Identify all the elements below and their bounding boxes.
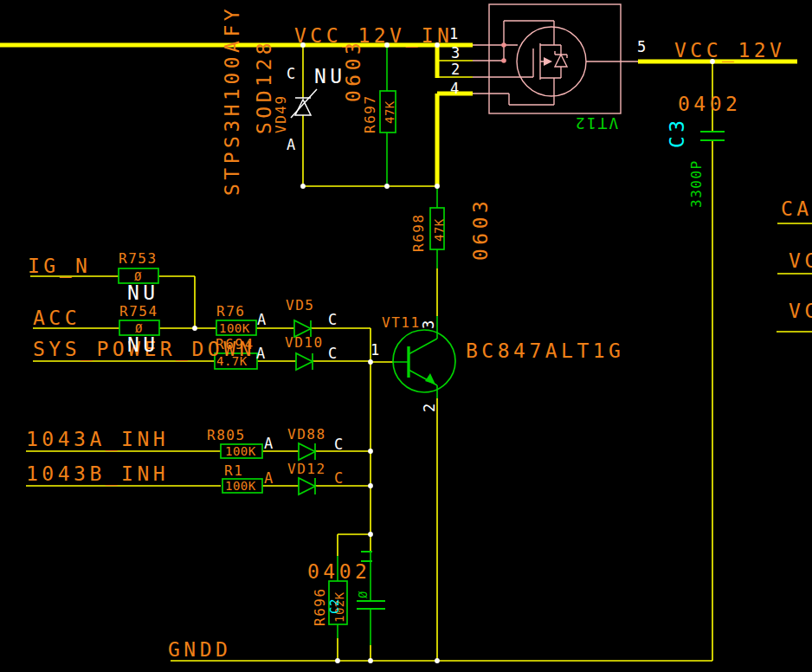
refdes-r696[interactable]: R696: [313, 587, 327, 626]
part-label-stps3h100afy[interactable]: STPS3H100AFY: [222, 5, 242, 196]
pin-number-vt12-2: 2: [451, 62, 460, 77]
refdes-vd88[interactable]: VD88: [287, 428, 326, 442]
value-r754: Ø: [135, 322, 143, 334]
net-label-vcc12vin[interactable]: VCC_12V_IN: [294, 26, 453, 46]
value-r694: 4.7K: [216, 355, 248, 367]
refdes-r754[interactable]: R754: [119, 305, 158, 319]
pin-label-vd49-c: C: [287, 67, 295, 81]
net-label-vc-2[interactable]: VC: [789, 301, 812, 321]
net-label-gndd[interactable]: GNDD: [168, 640, 231, 660]
not-used-marker-r754: NU: [127, 335, 159, 355]
footprint-r698: 0603: [471, 197, 491, 261]
footprint-c2: 0402: [307, 562, 371, 582]
refdes-r805[interactable]: R805: [207, 429, 246, 443]
pin-label-vd10-c: C: [328, 346, 337, 361]
net-label-1043a-inh[interactable]: 1043A_INH: [26, 430, 169, 449]
pin-number-vt11-3: 3: [422, 320, 436, 329]
not-used-marker-r753: NU: [127, 283, 159, 303]
net-label-vc-1[interactable]: VC: [789, 251, 812, 271]
net-label-ign[interactable]: IG_N: [28, 256, 91, 276]
refdes-r698[interactable]: R698: [412, 213, 426, 252]
mosfet-vt12[interactable]: [473, 4, 638, 113]
refdes-r1[interactable]: R1: [224, 464, 243, 478]
value-r805: 100K: [225, 445, 256, 457]
diode-vd88[interactable]: [299, 443, 315, 460]
pin-number-vt12-3: 3: [451, 46, 460, 61]
pin-label-vd5-a: A: [257, 313, 266, 327]
footprint-r697: 0603: [344, 39, 364, 102]
pin-label-vd12-c: C: [334, 471, 343, 486]
pin-number-vt12-4: 4: [450, 81, 459, 96]
schematic-canvas: VCC_12V_IN VCC_12V IG_N ACC SYS_POWER_DO…: [0, 0, 812, 672]
pin-label-vd88-c: C: [334, 437, 343, 452]
pin-label-vd88-a: A: [264, 436, 273, 451]
value-r698: 47K: [433, 218, 445, 242]
pin-label-vd5-c: C: [328, 313, 337, 327]
transistor-vt11[interactable]: [393, 330, 455, 392]
pin-label-vd12-a: A: [264, 471, 273, 486]
mosfet-arrow: [544, 57, 552, 66]
net-label-car[interactable]: CAR: [781, 199, 812, 219]
value-r753: Ø: [134, 270, 142, 282]
capacitor-c3[interactable]: [700, 132, 725, 140]
pin-label-vd49-a: A: [287, 138, 295, 152]
refdes-vd10[interactable]: VD10: [285, 336, 324, 350]
pin-number-vt12-1: 1: [449, 27, 458, 42]
refdes-r697[interactable]: R697: [364, 94, 377, 133]
value-r697: 47K: [383, 100, 396, 124]
pin-number-vt11-2: 2: [422, 404, 437, 412]
refdes-r694[interactable]: R694: [216, 338, 255, 352]
diode-vd10[interactable]: [296, 353, 313, 370]
refdes-r76[interactable]: R76: [216, 305, 245, 319]
part-label-bc847alt1g[interactable]: BC847ALT1G: [466, 341, 624, 361]
pin-label-vd10-a: A: [256, 346, 265, 361]
refdes-c3[interactable]: C3: [667, 116, 687, 148]
diode-vd12[interactable]: [299, 478, 315, 494]
net-label-1043b-inh[interactable]: 1043B_INH: [26, 464, 169, 484]
package-label-sod128[interactable]: SOD128: [255, 39, 274, 134]
emitter-arrow: [425, 373, 435, 384]
refdes-vd5[interactable]: VD5: [286, 299, 314, 313]
refdes-vt12[interactable]: VT12: [574, 115, 618, 131]
pin-number-vt12-5: 5: [637, 40, 646, 55]
value-r1: 100K: [225, 480, 256, 492]
net-label-vcc12v[interactable]: VCC_12V: [674, 41, 785, 61]
not-used-slash: [291, 89, 317, 118]
refdes-r753[interactable]: R753: [119, 252, 158, 266]
diode-vd49[interactable]: [291, 89, 317, 118]
net-label-acc[interactable]: ACC: [33, 308, 81, 328]
refdes-vt11[interactable]: VT11: [382, 316, 421, 330]
footprint-c3: 0402: [678, 94, 741, 114]
pin-number-vt11-1: 1: [371, 343, 379, 358]
refdes-c2[interactable]: C2: [328, 598, 340, 614]
value-c3: 3300P: [690, 159, 704, 208]
value-r76: 100K: [219, 322, 250, 334]
value-c2: Ø: [357, 591, 369, 598]
refdes-vd49[interactable]: VD49: [274, 94, 288, 133]
refdes-vd12[interactable]: VD12: [287, 462, 326, 476]
